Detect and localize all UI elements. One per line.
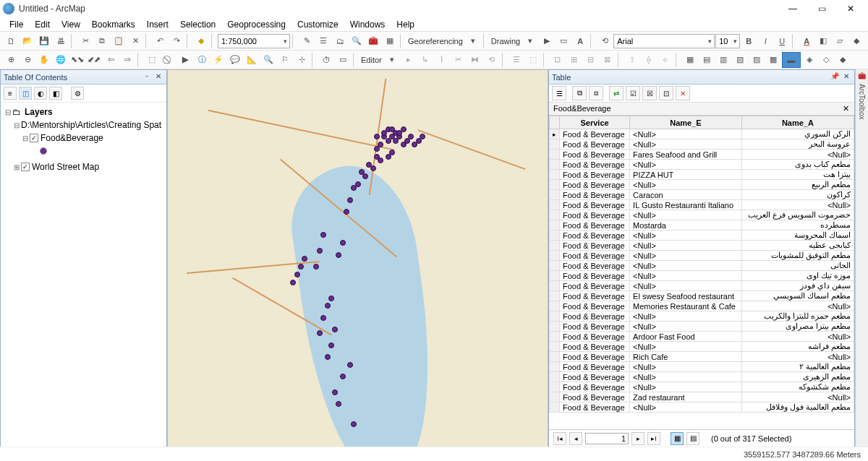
map-point[interactable]	[351, 421, 357, 427]
layers-root[interactable]: Layers	[25, 107, 53, 117]
go-xy-icon[interactable]: ⊹	[294, 52, 310, 68]
layout9-icon[interactable]: ◇	[818, 52, 834, 68]
minimize-button[interactable]: —	[778, 0, 807, 17]
underline-icon[interactable]: U	[774, 33, 790, 49]
cut-icon[interactable]: ✂	[77, 33, 93, 49]
find-icon[interactable]: 🔍	[260, 52, 276, 68]
table-row[interactable]: ▸Food & Beverage<Null>الركن السوري	[550, 129, 854, 139]
hyperlink-icon[interactable]: ⚡	[210, 52, 226, 68]
menu-edit[interactable]: Edit	[30, 18, 55, 31]
time-slider-icon[interactable]: ⏱	[318, 52, 334, 68]
table-row[interactable]: Food & Beverage<Null>مطعم بيتزا مصراوى	[550, 322, 854, 332]
list-by-drawing-icon[interactable]: ≡	[4, 87, 17, 100]
map-point[interactable]	[332, 327, 338, 332]
back-extent-icon[interactable]: ⇦	[103, 52, 119, 68]
add-data-icon[interactable]: ◆	[193, 33, 209, 49]
table-row[interactable]: Food & BeverageZad restaurant<Null>	[550, 392, 854, 402]
italic-icon[interactable]: I	[757, 33, 773, 49]
map-point[interactable]	[290, 280, 296, 285]
font-size-combo[interactable]: 10	[715, 34, 740, 48]
switch-selection-icon[interactable]: ⇄	[609, 86, 624, 100]
table-row[interactable]: Food & BeverageMemories Restaurant & Caf…	[550, 301, 854, 311]
close-tab-icon[interactable]: ✕	[841, 104, 850, 113]
table-row[interactable]: Food & Beverage<Null>حضرموت السويس فرع ا…	[550, 210, 854, 220]
layout8-icon[interactable]: ◈	[801, 52, 817, 68]
map-point[interactable]	[302, 256, 307, 262]
list-by-visibility-icon[interactable]: ◐	[34, 87, 47, 100]
new-doc-icon[interactable]: 🗋	[3, 33, 19, 49]
map-point[interactable]	[294, 272, 300, 277]
layout3-icon[interactable]: ▥	[715, 52, 731, 68]
select-all-icon[interactable]: ☑	[626, 86, 640, 100]
font-color-icon[interactable]: A	[799, 33, 814, 49]
layer-tree[interactable]: ⊟🗀Layers ⊟D:\Mentorship\Articles\Creatin…	[1, 103, 166, 461]
table-row[interactable]: Food & Beverage<Null>مطعم شكشوكه	[550, 382, 854, 392]
full-extent-icon[interactable]: 🌐	[53, 52, 69, 68]
map-point[interactable]	[347, 197, 353, 203]
table-row[interactable]: Food & Beverage<Null>مطعم الربيع	[550, 180, 854, 190]
table-row[interactable]: Food & BeverageFares Seafood and Grill<N…	[550, 150, 854, 160]
map-point[interactable]	[325, 303, 331, 309]
col-service[interactable]: Service	[560, 116, 630, 129]
layout5-icon[interactable]: ▨	[749, 52, 765, 68]
map-point[interactable]	[328, 342, 334, 348]
zoom-out-icon[interactable]: ⊖	[20, 52, 35, 68]
layer-food-beverage[interactable]: Food&Beverage	[41, 133, 103, 143]
select-by-attr-icon[interactable]: ⧈	[589, 86, 603, 100]
python-icon[interactable]: ▦	[382, 33, 398, 49]
scale-combo[interactable]: 1:750,000	[218, 34, 290, 48]
table-row[interactable]: Food & Beverage<Null>مطعم كباب بدوى	[550, 160, 854, 170]
options-icon[interactable]: ⚙	[71, 87, 84, 100]
table-row[interactable]: Food & Beverage<Null>مطعم الزهيرى	[550, 372, 854, 382]
menu-customize[interactable]: Customize	[292, 18, 344, 31]
bold-icon[interactable]: B	[741, 33, 757, 49]
menu-windows[interactable]: Windows	[345, 18, 391, 31]
list-by-selection-icon[interactable]: ◧	[49, 87, 62, 100]
clear-selection-icon[interactable]: ⃠	[161, 52, 176, 68]
find-route-icon[interactable]: ⚐	[277, 52, 293, 68]
layout10-icon[interactable]: ◆	[835, 52, 851, 68]
next-record-icon[interactable]: ▸	[631, 432, 644, 445]
map-point[interactable]	[325, 354, 331, 360]
map-point[interactable]	[313, 264, 319, 270]
col-name-e[interactable]: Name_E	[630, 116, 742, 129]
map-point[interactable]	[359, 169, 365, 175]
layer-checkbox[interactable]	[30, 134, 38, 142]
show-all-icon[interactable]: ▦	[671, 432, 684, 445]
menu-bookmarks[interactable]: Bookmarks	[87, 18, 140, 31]
rectangle-icon[interactable]: ▭	[556, 33, 571, 49]
print-icon[interactable]: 🖶	[53, 33, 69, 49]
toolbox-icon[interactable]: 🧰	[858, 72, 866, 79]
layer-checkbox[interactable]	[21, 163, 30, 171]
draw-rotate-icon[interactable]: ⟲	[597, 33, 613, 49]
maximize-button[interactable]: ▭	[807, 0, 836, 17]
table-row[interactable]: Food & BeverageCaraconكراكون	[550, 190, 854, 200]
map-point[interactable]	[332, 389, 338, 395]
undo-icon[interactable]: ↶	[152, 33, 168, 49]
layout2-icon[interactable]: ▤	[699, 52, 715, 68]
map-point[interactable]	[374, 134, 380, 139]
map-point[interactable]	[408, 134, 414, 139]
map-point[interactable]	[340, 240, 346, 246]
dropdown-icon[interactable]: ▾	[465, 33, 481, 49]
table-row[interactable]: Food & Beverage<Null>مطعم العالمية فول و…	[550, 402, 854, 413]
table-row[interactable]: Food & Beverage<Null>اسماك المحروسة	[550, 231, 854, 241]
data-source-path[interactable]: D:\Mentorship\Articles\Creating Spat	[21, 120, 161, 130]
auto-hide-icon[interactable]: ▫	[142, 72, 152, 82]
prev-record-icon[interactable]: ◂	[569, 432, 582, 445]
fill-color-icon[interactable]: ◧	[815, 33, 831, 49]
close-panel-icon[interactable]: ✕	[841, 72, 851, 82]
menu-selection[interactable]: Selection	[175, 18, 221, 31]
layout6-icon[interactable]: ▩	[765, 52, 781, 68]
layout4-icon[interactable]: ▧	[732, 52, 748, 68]
row-header-col[interactable]	[550, 116, 560, 129]
map-point[interactable]	[386, 154, 391, 160]
map-point[interactable]	[420, 134, 425, 139]
menu-file[interactable]: File	[4, 18, 28, 31]
list-by-source-icon[interactable]: ◫	[19, 87, 32, 100]
menu-help[interactable]: Help	[391, 18, 420, 31]
col-name-a[interactable]: Name_A	[741, 116, 854, 129]
map-point[interactable]	[347, 362, 353, 368]
select-element-icon[interactable]: ▶	[539, 33, 555, 49]
point-symbol-icon[interactable]	[40, 147, 47, 155]
